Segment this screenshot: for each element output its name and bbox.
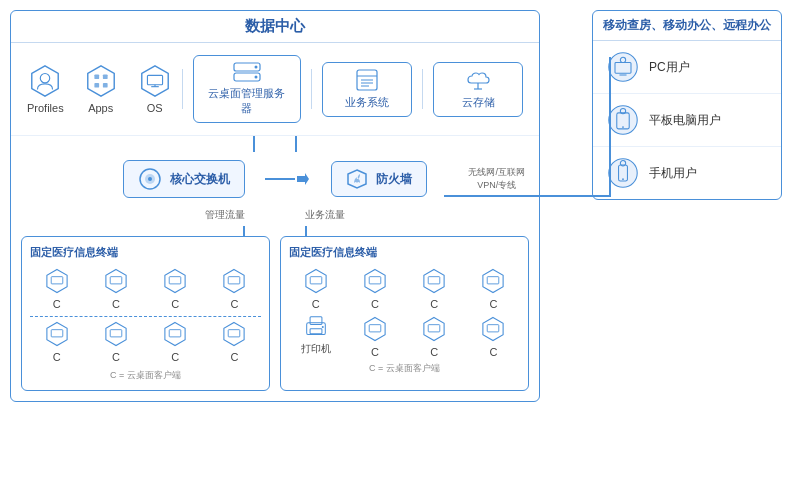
- svg-rect-30: [110, 277, 122, 284]
- client-label: C: [430, 298, 438, 310]
- switch-firewall-row: 核心交换机 防火墙 无线网/互联网VPN/专线: [11, 152, 539, 206]
- printer-item: 打印机: [289, 316, 342, 358]
- svg-point-71: [622, 178, 624, 180]
- client-label: C: [489, 346, 497, 358]
- svg-marker-2: [87, 66, 113, 96]
- terminal-1-bottom-grid: C C C: [30, 321, 261, 363]
- os-label: OS: [147, 102, 163, 114]
- svg-marker-25: [297, 173, 309, 185]
- client-icon: [103, 321, 129, 347]
- svg-marker-33: [224, 269, 244, 292]
- svg-marker-39: [165, 322, 185, 345]
- firewall-box: 防火墙: [331, 161, 427, 197]
- svg-marker-37: [106, 322, 126, 345]
- client-icon: [221, 268, 247, 294]
- svg-point-14: [254, 76, 257, 79]
- datacenter-box: 数据中心 Profiles: [10, 10, 540, 402]
- svg-marker-27: [47, 269, 67, 292]
- switch-box: 核心交换机: [123, 160, 245, 198]
- terminal-2-top-grid: C C C: [289, 268, 520, 310]
- client-label: C: [489, 298, 497, 310]
- biz-icon: [353, 69, 381, 91]
- firewall-label: 防火墙: [376, 171, 412, 188]
- flow-mgmt-label: 管理流量: [205, 208, 245, 222]
- svg-rect-58: [428, 325, 440, 332]
- list-item: C: [30, 268, 83, 310]
- switch-label: 核心交换机: [170, 171, 230, 188]
- svg-marker-31: [165, 269, 185, 292]
- client-icon: [221, 321, 247, 347]
- list-item: C: [408, 316, 461, 358]
- divider-2: [311, 69, 312, 109]
- user-item-phone: 手机用户: [593, 147, 781, 199]
- svg-rect-52: [310, 317, 322, 325]
- icon-item-apps: Apps: [84, 64, 118, 114]
- switch-icon: [138, 167, 162, 191]
- client-icon: [480, 316, 506, 342]
- client-label: C: [53, 351, 61, 363]
- svg-marker-47: [424, 269, 444, 292]
- right-panel-v-connector: [609, 57, 611, 197]
- client-label: C: [112, 298, 120, 310]
- svg-point-24: [148, 177, 152, 181]
- svg-marker-29: [106, 269, 126, 292]
- svg-point-65: [609, 106, 637, 134]
- svg-marker-49: [483, 269, 503, 292]
- datacenter-top-row: Profiles Apps: [11, 43, 539, 136]
- icon-item-os: OS: [138, 64, 172, 114]
- svg-rect-48: [428, 277, 440, 284]
- svg-rect-28: [51, 277, 63, 284]
- terminal-1-top-grid: C C C: [30, 268, 261, 310]
- svg-marker-45: [365, 269, 385, 292]
- client-icon: [44, 268, 70, 294]
- svg-rect-38: [110, 330, 122, 337]
- terminal-2-bottom-grid: 打印机 C C: [289, 316, 520, 358]
- terminal-box-1: 固定医疗信息终端 C C: [21, 236, 270, 391]
- client-icon: [162, 321, 188, 347]
- client-icon: [362, 316, 388, 342]
- svg-rect-56: [369, 325, 381, 332]
- server-box-storage: 云存储: [433, 62, 523, 117]
- phone-user-label: 手机用户: [649, 165, 697, 182]
- svg-point-67: [622, 126, 624, 128]
- tablet-user-label: 平板电脑用户: [649, 112, 721, 129]
- client-label: C: [230, 351, 238, 363]
- datacenter-title: 数据中心: [11, 11, 539, 43]
- client-icon: [480, 268, 506, 294]
- list-item: C: [467, 316, 520, 358]
- server-mgmt-label: 云桌面管理服务器: [204, 86, 290, 116]
- storage-icon: [463, 69, 493, 91]
- firewall-icon: [346, 168, 368, 190]
- terminals-row: 固定医疗信息终端 C C: [11, 236, 539, 401]
- list-item: C: [467, 268, 520, 310]
- client-label: C: [53, 298, 61, 310]
- svg-rect-42: [229, 330, 241, 337]
- pc-user-icon: [607, 51, 639, 83]
- terminal-2-footer: C = 云桌面客户端: [289, 362, 520, 375]
- svg-rect-8: [147, 75, 162, 84]
- client-icon: [421, 268, 447, 294]
- svg-rect-44: [310, 277, 322, 284]
- icon-group-apps: Profiles Apps: [27, 64, 172, 114]
- svg-marker-0: [32, 66, 58, 96]
- firewall-right-connector: [444, 195, 610, 197]
- svg-marker-7: [141, 66, 167, 96]
- main-container: 数据中心 Profiles: [0, 0, 792, 500]
- icon-item-profiles: Profiles: [27, 64, 64, 114]
- list-item: C: [149, 268, 202, 310]
- right-panel: 移动查房、移动办公、远程办公 PC用户 平板电脑用户: [592, 10, 782, 200]
- client-icon: [303, 268, 329, 294]
- svg-rect-50: [488, 277, 500, 284]
- client-label: C: [171, 351, 179, 363]
- svg-point-69: [609, 159, 637, 187]
- server-box-biz: 业务系统: [322, 62, 412, 117]
- printer-icon: [303, 316, 329, 338]
- client-label: C: [312, 298, 320, 310]
- list-item: C: [149, 321, 202, 363]
- svg-point-12: [254, 66, 257, 69]
- divider-1: [182, 69, 183, 109]
- wireless-label: 无线网/互联网VPN/专线: [468, 166, 525, 191]
- svg-marker-35: [47, 322, 67, 345]
- svg-rect-3: [94, 74, 99, 79]
- terminal-1-title: 固定医疗信息终端: [30, 245, 261, 260]
